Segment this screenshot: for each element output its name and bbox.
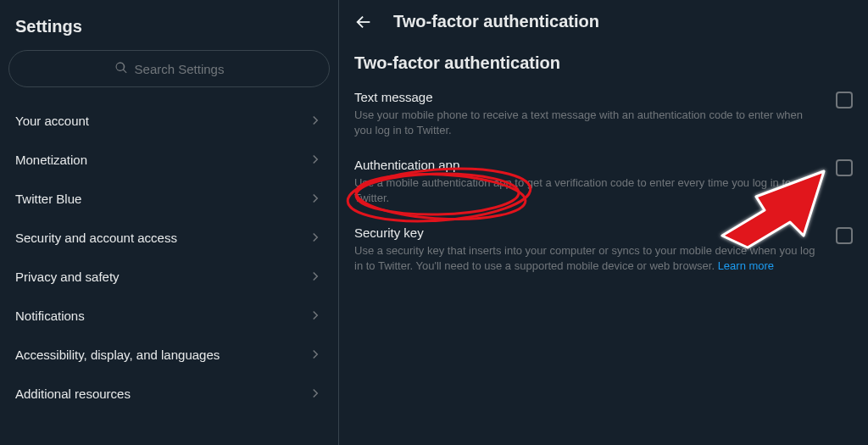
learn-more-link[interactable]: Learn more xyxy=(718,259,774,272)
sidebar-item-label: Your account xyxy=(15,114,89,128)
sidebar-item-your-account[interactable]: Your account xyxy=(0,101,338,140)
option-desc: Use a mobile authentication app to get a… xyxy=(354,175,821,205)
sidebar-item-privacy-safety[interactable]: Privacy and safety xyxy=(0,257,338,296)
sidebar-item-notifications[interactable]: Notifications xyxy=(0,296,338,335)
sidebar-item-label: Privacy and safety xyxy=(15,270,120,284)
sidebar-item-label: Notifications xyxy=(15,309,85,323)
option-text-content: Security key Use a security key that ins… xyxy=(354,225,821,273)
sidebar-item-label: Security and account access xyxy=(15,231,177,245)
chevron-right-icon xyxy=(308,152,323,167)
search-placeholder: Search Settings xyxy=(135,62,225,76)
sidebar-item-label: Accessibility, display, and languages xyxy=(15,348,220,362)
option-title: Security key xyxy=(354,225,821,240)
sidebar-item-twitter-blue[interactable]: Twitter Blue xyxy=(0,179,338,218)
chevron-right-icon xyxy=(308,269,323,284)
option-title: Text message xyxy=(354,90,821,104)
search-input[interactable]: Search Settings xyxy=(8,50,330,87)
chevron-right-icon xyxy=(308,191,323,206)
chevron-right-icon xyxy=(308,113,323,128)
authentication-app-checkbox[interactable] xyxy=(836,159,853,176)
option-security-key: Security key Use a security key that ins… xyxy=(339,214,868,281)
section-title: Two-factor authentication xyxy=(339,42,868,78)
detail-header-title: Two-factor authentication xyxy=(393,12,599,31)
sidebar-item-monetization[interactable]: Monetization xyxy=(0,140,338,179)
option-text-content: Authentication app Use a mobile authenti… xyxy=(354,158,821,205)
chevron-right-icon xyxy=(308,386,323,401)
option-text-message: Text message Use your mobile phone to re… xyxy=(339,78,868,146)
page-title: Settings xyxy=(0,10,338,50)
sidebar-item-security-access[interactable]: Security and account access xyxy=(0,218,338,257)
option-text-content: Text message Use your mobile phone to re… xyxy=(354,90,821,137)
search-wrapper: Search Settings xyxy=(0,50,338,101)
back-arrow-icon[interactable] xyxy=(354,13,373,31)
sidebar-item-additional-resources[interactable]: Additional resources xyxy=(0,374,338,413)
chevron-right-icon xyxy=(308,347,323,362)
security-key-checkbox[interactable] xyxy=(836,227,853,244)
search-icon xyxy=(114,61,128,77)
chevron-right-icon xyxy=(308,230,323,245)
sidebar-item-label: Monetization xyxy=(15,153,87,167)
option-authentication-app: Authentication app Use a mobile authenti… xyxy=(339,146,868,214)
main-panel: Two-factor authentication Two-factor aut… xyxy=(339,0,868,445)
detail-header: Two-factor authentication xyxy=(339,0,868,42)
chevron-right-icon xyxy=(308,308,323,323)
option-desc: Use a security key that inserts into you… xyxy=(354,243,821,273)
option-title: Authentication app xyxy=(354,158,821,172)
sidebar-item-label: Twitter Blue xyxy=(15,192,81,206)
option-desc: Use your mobile phone to receive a text … xyxy=(354,108,821,137)
settings-sidebar: Settings Search Settings Your account Mo… xyxy=(0,0,339,445)
text-message-checkbox[interactable] xyxy=(836,92,853,108)
sidebar-item-accessibility[interactable]: Accessibility, display, and languages xyxy=(0,335,338,374)
sidebar-item-label: Additional resources xyxy=(15,387,131,401)
